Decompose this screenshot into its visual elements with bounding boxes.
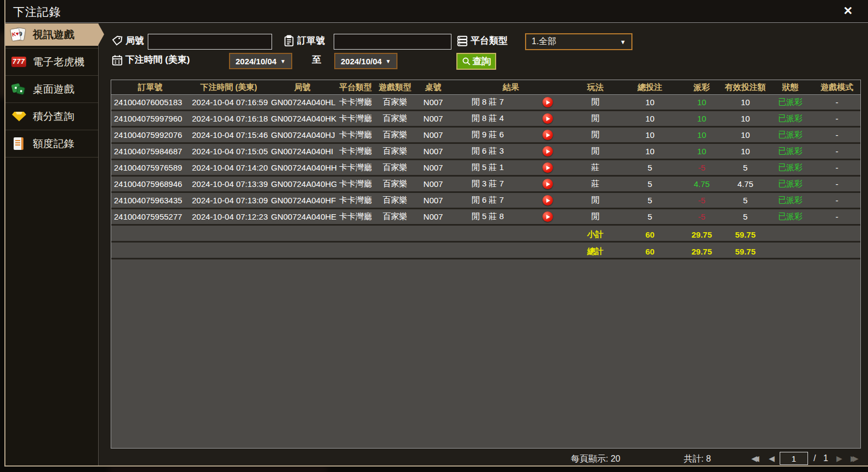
sidebar-item-credit-records[interactable]: 額度記錄	[5, 132, 98, 155]
bet-time-cell: 2024-10-04 07:14:20	[189, 160, 268, 175]
order-no-cell: 241004075968946	[111, 177, 189, 191]
sidebar-item-label: 視訊遊戲	[33, 28, 74, 42]
clipboard-icon	[283, 35, 295, 47]
table-row: 2410040760051832024-10-04 07:16:59GN0072…	[111, 95, 860, 111]
bet-time-label: 下注時間 (美東)	[125, 53, 190, 66]
total-bet-cell: 5	[620, 209, 680, 224]
order-no-cell: 241004075997960	[111, 111, 189, 126]
result-cell: 閒 5 莊 1	[451, 160, 571, 175]
sidebar-item-points-query[interactable]: 積分查詢	[5, 105, 98, 128]
round-no-input[interactable]	[148, 34, 272, 50]
result-cell: 閒 8 莊 7	[451, 95, 571, 110]
sidebar-item-label: 積分查詢	[33, 110, 74, 124]
column-header: 桌號	[415, 80, 451, 94]
subtotal-payout: 29.75	[680, 228, 724, 241]
betting-records-modal: 下注記錄 ✕ 9K♥ 視訊遊戲 777 電子老虎機 桌面遊戲 積分查詢 額度記錄	[4, 0, 868, 467]
valid-bet-cell: 10	[724, 128, 767, 142]
table-no-cell: N007	[415, 95, 451, 110]
game-type-cell: 百家樂	[375, 160, 415, 175]
total-bet-cell: 5	[620, 177, 680, 191]
sidebar-item-table-games[interactable]: 桌面遊戲	[5, 78, 98, 100]
order-no-cell: 241004076005183	[111, 95, 189, 110]
payout-cell: 10	[680, 95, 724, 110]
table-row: 2410040759979602024-10-04 07:16:18GN0072…	[111, 111, 860, 128]
result-text: 閒 3 莊 7	[451, 179, 525, 189]
replay-play-icon[interactable]	[542, 211, 553, 222]
replay-play-icon[interactable]	[542, 113, 553, 124]
column-header: 訂單號	[111, 80, 189, 94]
background-game-bleed	[0, 33, 4, 98]
play-type-cell: 莊	[571, 160, 620, 175]
search-button[interactable]: 查詢	[456, 53, 496, 70]
divider	[5, 75, 98, 76]
platform-type-select[interactable]: 1.全部 ▼	[525, 33, 632, 50]
valid-bet-cell: 5	[724, 160, 767, 175]
game-type-cell: 百家樂	[375, 209, 415, 224]
total-bet-cell: 10	[620, 95, 680, 110]
total-bet-cell: 5	[620, 193, 680, 208]
play-type-cell: 閒	[571, 209, 620, 224]
bet-records-table: 訂單號下注時間 (美東)局號平台類型遊戲類型桌號結果玩法總投注派彩有效投注額狀態…	[111, 80, 861, 449]
sidebar-item-slots[interactable]: 777 電子老虎機	[5, 51, 98, 73]
platform-cell: 卡卡灣廳	[336, 209, 375, 224]
play-type-cell: 閒	[571, 193, 620, 208]
replay-play-icon[interactable]	[542, 146, 553, 156]
record-total-label: 共計: 8	[684, 453, 711, 465]
status-cell: 已派彩	[767, 209, 813, 224]
replay-play-icon[interactable]	[542, 162, 553, 173]
column-header: 局號	[268, 80, 336, 94]
table-row: 2410040759552772024-10-04 07:12:23GN0072…	[111, 209, 860, 226]
platform-cell: 卡卡灣廳	[336, 144, 375, 159]
order-no-cell: 241004075955277	[111, 209, 189, 224]
game-type-cell: 百家樂	[375, 193, 415, 208]
close-icon[interactable]: ✕	[843, 4, 853, 17]
first-page-button[interactable]: ◀◀	[751, 454, 760, 463]
divider	[5, 157, 98, 158]
divider	[5, 130, 98, 130]
total-total-bet: 60	[620, 245, 680, 258]
game-type-cell: 百家樂	[375, 95, 415, 110]
page-number-input[interactable]	[780, 452, 808, 465]
sidebar-item-video-games[interactable]: 9K♥ 視訊遊戲	[5, 23, 98, 46]
gem-icon	[11, 109, 27, 124]
prev-page-button[interactable]: ◀	[769, 454, 775, 463]
table-no-cell: N007	[415, 177, 451, 191]
game-type-cell: 百家樂	[375, 111, 415, 126]
order-no-cell: 241004075992076	[111, 128, 189, 142]
bet-time-cell: 2024-10-04 07:15:46	[189, 128, 268, 142]
column-header: 狀態	[767, 80, 813, 94]
platform-type-value: 1.全部	[532, 36, 556, 47]
column-header: 玩法	[571, 80, 620, 94]
order-no-cell: 241004075976589	[111, 160, 189, 175]
result-cell: 閒 3 莊 7	[451, 177, 571, 191]
table-row: 2410040759689462024-10-04 07:13:39GN0072…	[111, 177, 860, 193]
round-no-cell: GN00724A040HL	[268, 95, 336, 110]
replay-play-icon[interactable]	[542, 97, 553, 107]
divider	[5, 48, 98, 49]
table-row: 2410040759920762024-10-04 07:15:46GN0072…	[111, 128, 860, 144]
replay-play-icon[interactable]	[542, 179, 553, 189]
bet-time-cell: 2024-10-04 07:16:59	[189, 95, 268, 110]
last-page-button[interactable]: ▶▶	[851, 454, 859, 463]
table-row: 2410040759634352024-10-04 07:13:09GN0072…	[111, 193, 860, 209]
play-type-cell: 閒	[571, 111, 620, 126]
round-no-label: 局號	[125, 34, 144, 47]
date-to-picker[interactable]: 2024/10/04 ▼	[334, 53, 397, 69]
column-header: 結果	[451, 80, 571, 94]
status-cell: 已派彩	[767, 144, 813, 159]
total-bet-cell: 10	[620, 128, 680, 142]
date-from-picker[interactable]: 2024/10/04 ▼	[229, 53, 292, 69]
document-icon	[11, 136, 27, 152]
sidebar-item-label: 電子老虎機	[33, 55, 85, 69]
platform-cell: 卡卡灣廳	[336, 193, 375, 208]
replay-play-icon[interactable]	[542, 195, 553, 205]
next-page-button[interactable]: ▶	[836, 454, 842, 463]
payout-cell: 4.75	[680, 177, 724, 191]
order-no-input[interactable]	[334, 34, 451, 50]
dice-icon	[11, 82, 27, 97]
replay-play-icon[interactable]	[542, 130, 553, 140]
cards-icon: 9K♥	[11, 27, 27, 43]
per-page-label: 每頁顯示: 20	[571, 453, 620, 465]
valid-bet-cell: 10	[724, 111, 767, 126]
result-cell: 閒 8 莊 4	[451, 111, 571, 126]
